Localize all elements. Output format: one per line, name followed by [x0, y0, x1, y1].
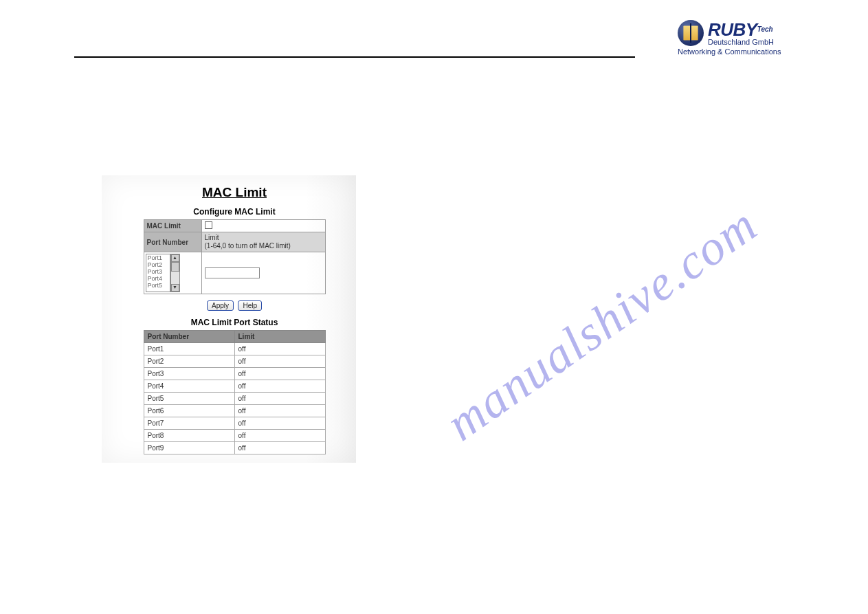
status-port: Port2 [144, 355, 234, 368]
brand-suffix: Tech [757, 25, 773, 33]
scroll-up-icon[interactable]: ▲ [171, 254, 179, 262]
apply-button[interactable]: Apply [207, 300, 234, 311]
status-limit: off [234, 393, 325, 405]
header-divider [74, 56, 635, 58]
table-row: Port3off [144, 368, 325, 380]
configure-section-title: Configure MAC Limit [132, 207, 337, 217]
port-number-label: Port Number [144, 232, 201, 252]
limit-label-line1: Limit [205, 234, 219, 241]
table-row: Port5off [144, 393, 325, 405]
limit-input-cell [201, 252, 325, 294]
table-row: Port7off [144, 417, 325, 430]
status-limit: off [234, 368, 325, 380]
limit-label-line2: (1-64,0 to turn off MAC limit) [205, 242, 291, 250]
brand-subline-2: Networking & Communications [678, 47, 801, 56]
status-limit: off [234, 405, 325, 417]
status-limit: off [234, 430, 325, 442]
port-scrollbar[interactable]: ▲ ▼ [170, 254, 180, 292]
scroll-down-icon[interactable]: ▼ [171, 284, 179, 292]
watermark-text: manualshive.com [436, 196, 768, 452]
status-table: Port Number Limit Port1off Port2off Port… [144, 330, 326, 454]
status-limit: off [234, 343, 325, 355]
table-row: Port9off [144, 442, 325, 454]
status-port: Port5 [144, 393, 234, 405]
port-listbox[interactable]: Port1 Port2 Port3 Port4 Port5 [146, 254, 170, 292]
status-limit: off [234, 417, 325, 430]
mac-limit-cell [201, 220, 325, 232]
status-port: Port8 [144, 430, 234, 442]
status-port: Port3 [144, 368, 234, 380]
table-row: Port1off [144, 343, 325, 355]
status-limit: off [234, 380, 325, 393]
help-button[interactable]: Help [238, 300, 262, 311]
status-limit: off [234, 355, 325, 368]
port-select-cell: Port1 Port2 Port3 Port4 Port5 ▲ ▼ [144, 252, 201, 294]
list-item[interactable]: Port5 [148, 283, 168, 289]
button-row: Apply Help [132, 298, 337, 311]
brand-subline-1: Deutschland GmbH [708, 38, 774, 46]
configure-table: MAC Limit Port Number Limit (1-64,0 to t… [144, 219, 326, 294]
limit-header-cell: Limit (1-64,0 to turn off MAC limit) [201, 232, 325, 252]
status-port: Port1 [144, 343, 234, 355]
mac-limit-panel: MAC Limit Configure MAC Limit MAC Limit … [102, 175, 356, 463]
mac-limit-label: MAC Limit [144, 220, 201, 232]
table-row: Port4off [144, 380, 325, 393]
scroll-thumb[interactable] [171, 262, 179, 272]
status-section-title: MAC Limit Port Status [132, 318, 337, 327]
status-header-port: Port Number [144, 331, 234, 343]
status-port: Port9 [144, 442, 234, 454]
table-row: Port2off [144, 355, 325, 368]
table-row: Port6off [144, 405, 325, 417]
page-title: MAC Limit [132, 185, 337, 200]
brand-logo-block: RUBYTech Deutschland GmbH Networking & C… [678, 19, 801, 56]
mac-limit-checkbox[interactable] [205, 221, 212, 229]
brand-name: RUBY [708, 19, 757, 40]
status-port: Port7 [144, 417, 234, 430]
table-row: Port8off [144, 430, 325, 442]
status-header-limit: Limit [234, 331, 325, 343]
status-port: Port6 [144, 405, 234, 417]
status-port: Port4 [144, 380, 234, 393]
status-limit: off [234, 442, 325, 454]
limit-input[interactable] [205, 267, 260, 278]
brand-logo-icon [678, 20, 704, 46]
